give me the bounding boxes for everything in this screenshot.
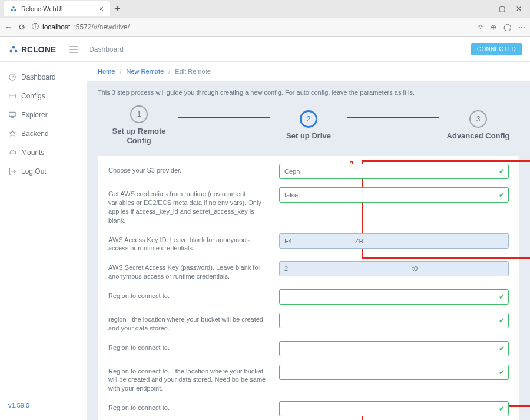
- sidebar-item-configs[interactable]: Configs: [0, 87, 87, 105]
- window-maximize-icon[interactable]: ▢: [499, 5, 505, 13]
- sidebar-item-backend[interactable]: Backend: [0, 124, 87, 143]
- form-input[interactable]: [279, 289, 509, 305]
- sidebar-item-log-out[interactable]: Log Out: [0, 162, 87, 181]
- sidebar-item-explorer[interactable]: Explorer: [0, 105, 87, 124]
- svg-point-0: [12, 6, 15, 8]
- form-row: Region to connect to.✔: [108, 401, 509, 416]
- svg-rect-8: [9, 112, 16, 116]
- step-2-label: Set up Drive: [286, 131, 331, 141]
- sidebar-item-dashboard[interactable]: Dashboard: [0, 68, 87, 87]
- form-row: Region to connect to. - the location whe…: [108, 365, 509, 393]
- form-label: Region to connect to.: [108, 289, 279, 300]
- card-icon: [8, 92, 16, 100]
- profile-icon[interactable]: ◯: [504, 23, 511, 31]
- svg-rect-7: [9, 94, 16, 98]
- step-line: [347, 117, 439, 118]
- site-info-icon[interactable]: ⓘ: [32, 22, 39, 32]
- new-tab-button[interactable]: +: [110, 3, 125, 15]
- rclone-logo-icon: [8, 44, 19, 55]
- browser-tab[interactable]: Rclone WebUI ×: [4, 1, 110, 16]
- logo-text: RCLONE: [21, 45, 56, 54]
- back-button[interactable]: ←: [5, 22, 13, 32]
- form-row: Region to connect to.✔: [108, 341, 509, 356]
- form-row: Choose your S3 provider.✔: [108, 164, 509, 179]
- step-3[interactable]: 3 Advanced Config: [443, 110, 514, 141]
- step-1[interactable]: 1 Set up Remote Config: [104, 105, 174, 145]
- form-row: Get AWS credentials from runtime (enviro…: [108, 187, 509, 224]
- form-input[interactable]: [279, 365, 509, 380]
- breadcrumb-current: Edit Remote: [175, 68, 211, 75]
- svg-point-4: [9, 49, 12, 52]
- svg-point-3: [12, 45, 15, 48]
- form-input[interactable]: [279, 164, 509, 179]
- url-path: :5572/#/newdrive/: [74, 23, 130, 31]
- form-card: 1. 2. Choose your S3 provider.✔Get AWS c…: [98, 156, 519, 420]
- sidebar-item-label: Backend: [21, 130, 49, 138]
- form-row: Region to connect to.✔: [108, 289, 509, 305]
- refresh-button[interactable]: ⟳: [19, 22, 26, 32]
- header-page-title: Dashboard: [89, 45, 124, 54]
- breadcrumb: Home / New Remote / Edit Remote: [87, 62, 530, 81]
- form-input[interactable]: [279, 401, 509, 416]
- form-input[interactable]: [279, 187, 509, 203]
- form-input[interactable]: [279, 313, 509, 328]
- more-menu-icon[interactable]: ⋯: [518, 23, 525, 31]
- cloud-icon: [8, 148, 16, 157]
- app-logo[interactable]: RCLONE: [8, 44, 56, 55]
- sidebar-item-mounts[interactable]: Mounts: [0, 143, 87, 162]
- form-row: AWS Access Key ID. Leave blank for anony…: [108, 233, 509, 253]
- sidebar-item-label: Log Out: [21, 167, 47, 176]
- window-close-icon[interactable]: ✕: [516, 5, 522, 13]
- collections-icon[interactable]: ⊕: [491, 23, 496, 31]
- close-tab-icon[interactable]: ×: [99, 4, 104, 14]
- url-host: localhost: [42, 23, 70, 31]
- version-label: v1.59.0: [0, 396, 87, 415]
- form-label: region - the location where your bucket …: [108, 313, 279, 333]
- sidebar-item-label: Mounts: [21, 148, 44, 157]
- breadcrumb-home[interactable]: Home: [98, 68, 115, 75]
- step-3-circle: 3: [469, 110, 487, 128]
- svg-point-1: [11, 9, 13, 11]
- breadcrumb-new-remote[interactable]: New Remote: [127, 68, 164, 75]
- hamburger-icon[interactable]: [69, 46, 78, 53]
- address-bar[interactable]: ⓘ localhost:5572/#/newdrive/: [32, 22, 472, 32]
- sidebar: DashboardConfigsExplorerBackendMountsLog…: [0, 62, 87, 420]
- sidebar-item-label: Dashboard: [21, 73, 56, 81]
- form-input[interactable]: [279, 261, 509, 276]
- step-2[interactable]: 2 Set up Drive: [273, 110, 344, 141]
- form-label: Region to connect to.: [108, 341, 279, 352]
- stepper: 1 Set up Remote Config 2 Set up Drive 3 …: [98, 105, 519, 145]
- form-label: Region to connect to.: [108, 401, 279, 412]
- step-line: [178, 117, 270, 118]
- step-3-label: Advanced Config: [447, 131, 510, 141]
- svg-point-5: [15, 49, 18, 52]
- step-1-label: Set up Remote Config: [104, 127, 174, 145]
- form-row: AWS Secret Access Key (password). Leave …: [108, 261, 509, 281]
- step-2-circle: 2: [300, 110, 317, 128]
- window-minimize-icon[interactable]: —: [481, 5, 488, 13]
- form-label: AWS Secret Access Key (password). Leave …: [108, 261, 279, 281]
- form-label: Choose your S3 provider.: [108, 164, 279, 175]
- favorite-icon[interactable]: ✩: [478, 23, 483, 31]
- sidebar-item-label: Explorer: [21, 111, 48, 119]
- form-label: Get AWS credentials from runtime (enviro…: [108, 187, 279, 224]
- form-input[interactable]: [279, 341, 509, 356]
- logout-icon: [8, 167, 16, 176]
- connection-status-badge: CONNECTED: [471, 43, 522, 55]
- form-row: region - the location where your bucket …: [108, 313, 509, 333]
- form-label: Region to connect to. - the location whe…: [108, 365, 279, 393]
- intro-text: This 3 step process will guide you throu…: [98, 89, 519, 96]
- star-icon: [8, 130, 16, 138]
- sidebar-item-label: Configs: [21, 92, 45, 100]
- main-content: Home / New Remote / Edit Remote This 3 s…: [87, 62, 530, 420]
- tab-title: Rclone WebUI: [21, 5, 63, 12]
- svg-point-2: [14, 9, 16, 11]
- rclone-favicon-icon: [9, 5, 18, 13]
- monitor-icon: [8, 111, 16, 119]
- form-input[interactable]: [279, 233, 509, 249]
- gauge-icon: [8, 73, 16, 81]
- step-1-circle: 1: [130, 105, 148, 123]
- form-label: AWS Access Key ID. Leave blank for anony…: [108, 233, 279, 253]
